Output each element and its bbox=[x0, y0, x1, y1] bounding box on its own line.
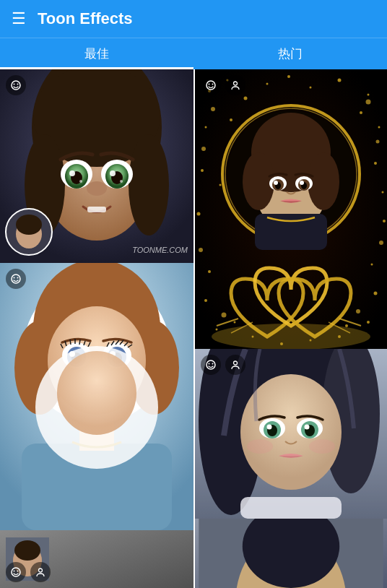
svg-point-14 bbox=[69, 170, 75, 176]
svg-point-71 bbox=[383, 220, 386, 222]
cell-icons-gold bbox=[201, 75, 245, 95]
tab-best[interactable]: 最佳 bbox=[0, 38, 194, 69]
svg-point-135 bbox=[209, 363, 210, 365]
svg-point-45 bbox=[17, 277, 19, 279]
small-left-cell[interactable] bbox=[0, 530, 194, 588]
svg-point-67 bbox=[219, 184, 222, 186]
svg-rect-96 bbox=[255, 214, 327, 250]
svg-point-116 bbox=[234, 82, 238, 85]
svg-point-51 bbox=[17, 571, 19, 572]
svg-point-132 bbox=[309, 439, 335, 454]
svg-point-98 bbox=[243, 152, 274, 210]
svg-point-17 bbox=[120, 180, 123, 183]
svg-point-89 bbox=[379, 241, 383, 245]
svg-point-50 bbox=[14, 571, 15, 572]
svg-point-86 bbox=[201, 147, 206, 151]
svg-point-68 bbox=[374, 162, 377, 165]
svg-point-69 bbox=[382, 191, 384, 194]
svg-point-44 bbox=[14, 277, 15, 279]
svg-point-72 bbox=[208, 270, 211, 273]
svg-point-131 bbox=[247, 439, 273, 454]
svg-rect-7 bbox=[87, 207, 106, 212]
svg-point-21 bbox=[12, 81, 20, 90]
svg-point-64 bbox=[360, 111, 362, 114]
svg-point-76 bbox=[216, 329, 218, 331]
svg-point-106 bbox=[274, 181, 278, 185]
svg-point-136 bbox=[212, 363, 214, 365]
left-column: TOONME.COM bbox=[0, 69, 194, 588]
svg-point-137 bbox=[234, 361, 238, 365]
svg-point-57 bbox=[266, 83, 269, 85]
svg-point-63 bbox=[230, 118, 232, 121]
app-header: ☰ Toon Effects bbox=[0, 0, 387, 38]
svg-point-42 bbox=[57, 351, 136, 435]
svg-point-113 bbox=[206, 81, 215, 90]
svg-point-15 bbox=[79, 180, 82, 183]
svg-point-130 bbox=[305, 425, 310, 430]
smile-icon-small[interactable] bbox=[6, 562, 26, 582]
smile-icon[interactable] bbox=[6, 75, 26, 95]
svg-point-82 bbox=[234, 321, 236, 324]
smile-icon-barbie[interactable] bbox=[6, 269, 26, 289]
svg-point-108 bbox=[212, 324, 370, 349]
smile-icon-gold[interactable] bbox=[201, 75, 221, 95]
portrait-cell[interactable] bbox=[195, 349, 387, 519]
svg-point-16 bbox=[110, 170, 116, 176]
watermark-text: TOONME.COM bbox=[132, 246, 188, 254]
svg-point-5 bbox=[129, 134, 169, 235]
menu-icon[interactable]: ☰ bbox=[12, 9, 26, 28]
svg-point-49 bbox=[12, 568, 20, 576]
svg-rect-133 bbox=[240, 497, 342, 519]
svg-point-85 bbox=[366, 100, 371, 105]
svg-point-20 bbox=[16, 215, 42, 235]
svg-point-56 bbox=[244, 97, 248, 100]
svg-point-87 bbox=[376, 140, 380, 144]
svg-point-129 bbox=[267, 425, 272, 430]
svg-point-90 bbox=[222, 313, 227, 318]
person-icon-small[interactable] bbox=[30, 562, 51, 582]
svg-point-65 bbox=[378, 126, 381, 129]
cell-icons-barbie bbox=[6, 269, 26, 289]
svg-point-59 bbox=[310, 87, 312, 89]
svg-point-58 bbox=[287, 75, 290, 78]
svg-point-99 bbox=[308, 152, 339, 210]
svg-point-77 bbox=[367, 321, 370, 324]
svg-point-66 bbox=[201, 169, 204, 172]
svg-point-61 bbox=[368, 94, 370, 96]
svg-point-83 bbox=[345, 324, 348, 327]
svg-point-60 bbox=[338, 79, 342, 82]
svg-point-88 bbox=[199, 248, 203, 252]
cell-icons bbox=[6, 75, 26, 95]
svg-point-107 bbox=[300, 181, 304, 185]
svg-point-22 bbox=[14, 84, 15, 85]
svg-point-114 bbox=[209, 84, 210, 85]
svg-point-115 bbox=[212, 84, 214, 85]
svg-point-74 bbox=[204, 299, 207, 302]
person-icon-portrait[interactable] bbox=[225, 355, 245, 375]
svg-point-73 bbox=[371, 264, 373, 266]
gold-sparkle-cell[interactable] bbox=[195, 69, 387, 349]
svg-point-134 bbox=[206, 360, 215, 369]
svg-point-84 bbox=[211, 107, 215, 111]
svg-point-75 bbox=[374, 292, 378, 295]
app-title: Toon Effects bbox=[38, 9, 133, 28]
barbie-cell[interactable] bbox=[0, 263, 194, 530]
content-grid: TOONME.COM bbox=[0, 69, 387, 588]
cartoon-face-cell[interactable]: TOONME.COM bbox=[0, 69, 194, 263]
svg-point-6 bbox=[87, 181, 107, 196]
svg-point-62 bbox=[205, 126, 207, 129]
svg-point-91 bbox=[356, 309, 360, 314]
svg-point-48 bbox=[14, 540, 40, 561]
person-icon-gold[interactable] bbox=[225, 75, 245, 95]
svg-point-70 bbox=[197, 212, 201, 216]
tab-bar: 最佳 热门 bbox=[0, 38, 387, 69]
tab-hot[interactable]: 热门 bbox=[194, 38, 387, 69]
svg-point-23 bbox=[17, 84, 19, 85]
smile-icon-portrait[interactable] bbox=[201, 355, 221, 375]
cell-icons-portrait bbox=[201, 355, 245, 375]
small-right-cell[interactable] bbox=[195, 519, 387, 588]
right-column bbox=[195, 69, 387, 588]
svg-point-52 bbox=[39, 568, 43, 572]
svg-point-43 bbox=[12, 274, 20, 283]
